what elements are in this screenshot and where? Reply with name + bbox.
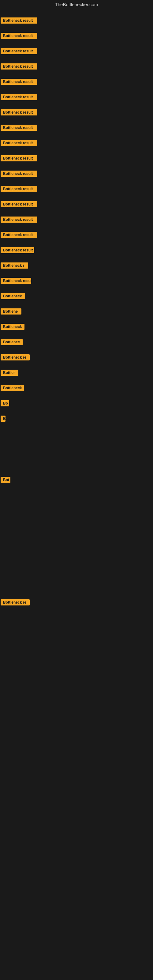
- bottleneck-result-badge: Bottleneck result: [1, 186, 37, 192]
- bottleneck-result-badge: Bottleneck result: [1, 48, 37, 54]
- bottleneck-result-badge: Bottleneck result: [1, 170, 37, 177]
- bottleneck-result-badge: Bottleneck result: [1, 140, 37, 146]
- bottleneck-result-badge: Bottleneck result: [1, 247, 34, 253]
- bottleneck-result-badge: Bottleneck r: [1, 262, 28, 269]
- bottleneck-result-badge: Bottleneck result: [1, 125, 37, 131]
- bottleneck-result-badge: Bottleneck result: [1, 216, 37, 223]
- bottleneck-result-badge: Bottleneck result: [1, 201, 37, 207]
- bottleneck-result-badge: Bottleneck result: [1, 64, 37, 70]
- bottleneck-result-badge: Bottleneck result: [1, 232, 37, 238]
- bottleneck-result-badge: Bottleneck re: [1, 354, 30, 360]
- bottleneck-result-badge: Bottleneck result: [1, 109, 37, 115]
- bottleneck-result-badge: Bottleneck: [1, 293, 25, 299]
- bottleneck-result-badge: Bot: [1, 477, 10, 483]
- bottleneck-result-badge: Bottlenec: [1, 339, 22, 345]
- bottleneck-result-badge: Bottleneck resu: [1, 278, 31, 284]
- bottleneck-result-badge: Bottleneck result: [1, 33, 37, 39]
- bottleneck-result-badge: Bottler: [1, 370, 18, 376]
- bottleneck-result-badge: Bottleneck: [1, 324, 24, 330]
- bottleneck-result-badge: Bottleneck result: [1, 18, 37, 24]
- bottleneck-result-badge: B: [1, 415, 5, 422]
- bottleneck-result-badge: Bottleneck re: [1, 599, 30, 605]
- bottleneck-result-badge: Bottleneck result: [1, 94, 37, 100]
- bottleneck-result-badge: Bottleneck result: [1, 79, 37, 85]
- bottleneck-result-badge: Bottlene: [1, 309, 21, 315]
- site-title: TheBottlenecker.com: [0, 2, 153, 7]
- bottleneck-result-badge: Bottleneck result: [1, 155, 37, 161]
- bottleneck-result-badge: Bottleneck: [1, 385, 24, 391]
- bottleneck-result-badge: Bo: [1, 400, 9, 406]
